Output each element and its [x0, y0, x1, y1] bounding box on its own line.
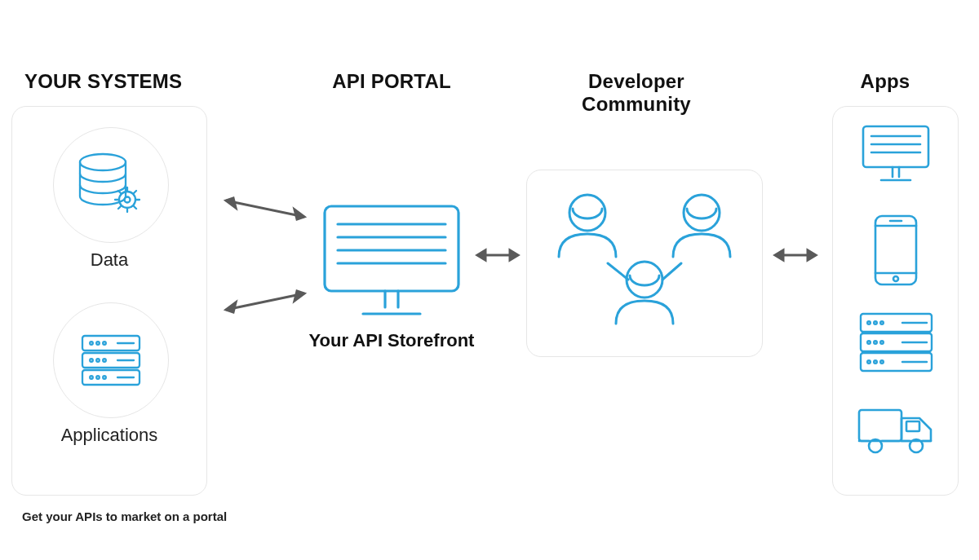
applications-circle	[53, 302, 169, 418]
svg-rect-66	[859, 410, 901, 441]
svg-point-17	[90, 359, 93, 362]
truck-icon	[856, 402, 937, 461]
svg-marker-81	[477, 250, 485, 260]
svg-marker-84	[775, 250, 783, 260]
arrow-portal-to-community	[469, 245, 526, 266]
svg-marker-75	[226, 198, 236, 208]
heading-your-systems: YOUR SYSTEMS	[24, 70, 204, 93]
svg-point-56	[880, 321, 884, 324]
developer-community-panel	[526, 170, 763, 357]
people-group-icon	[538, 182, 751, 345]
svg-point-18	[96, 359, 100, 362]
heading-api-portal: API PORTAL	[310, 70, 473, 93]
svg-marker-74	[295, 209, 304, 219]
arrow-community-to-apps	[767, 245, 824, 266]
svg-line-8	[134, 206, 137, 209]
data-label: Data	[12, 249, 206, 271]
app-monitor-icon	[860, 123, 932, 187]
svg-point-55	[874, 321, 877, 324]
arrow-apps-to-portal	[216, 285, 314, 318]
svg-point-15	[96, 342, 100, 345]
svg-rect-39	[863, 126, 928, 167]
data-circle	[53, 127, 169, 243]
svg-point-61	[874, 360, 877, 364]
apps-panel	[832, 106, 959, 496]
svg-line-37	[608, 263, 628, 280]
svg-line-9	[134, 191, 137, 194]
svg-line-7	[118, 191, 122, 194]
svg-line-10	[118, 206, 122, 209]
smartphone-icon	[872, 213, 919, 288]
svg-point-22	[103, 376, 106, 379]
heading-developer-community: Developer Community	[538, 70, 734, 115]
database-gear-icon	[70, 144, 152, 226]
svg-marker-78	[226, 302, 236, 312]
heading-apps: Apps	[832, 70, 938, 93]
diagram-canvas: YOUR SYSTEMS API PORTAL Developer Commun…	[0, 0, 979, 560]
server-icon	[70, 320, 152, 401]
storefront-label: Your API Storefront	[269, 330, 514, 351]
diagram-caption: Get your APIs to market on a portal	[22, 509, 227, 523]
applications-label: Applications	[12, 425, 206, 446]
svg-point-21	[96, 376, 100, 379]
svg-line-73	[226, 201, 304, 217]
svg-rect-26	[325, 206, 458, 291]
svg-point-2	[125, 197, 131, 203]
svg-line-38	[662, 263, 681, 280]
your-systems-panel: Data Applications	[11, 106, 207, 496]
svg-point-57	[867, 341, 870, 344]
svg-marker-80	[510, 250, 518, 260]
svg-point-16	[103, 342, 106, 345]
svg-point-19	[103, 359, 106, 362]
arrow-data-to-portal	[216, 192, 314, 225]
svg-marker-77	[295, 291, 304, 301]
svg-line-76	[226, 293, 304, 310]
svg-rect-67	[906, 421, 919, 431]
svg-point-54	[867, 321, 870, 324]
svg-marker-83	[808, 250, 816, 260]
svg-point-0	[80, 154, 126, 170]
svg-point-62	[880, 360, 884, 364]
app-server-icon	[857, 311, 935, 374]
svg-point-20	[90, 376, 93, 379]
svg-point-14	[90, 342, 93, 345]
svg-point-58	[874, 341, 877, 344]
svg-point-59	[880, 341, 884, 344]
monitor-icon	[318, 200, 465, 322]
svg-point-49	[893, 276, 898, 281]
svg-point-60	[867, 360, 870, 364]
